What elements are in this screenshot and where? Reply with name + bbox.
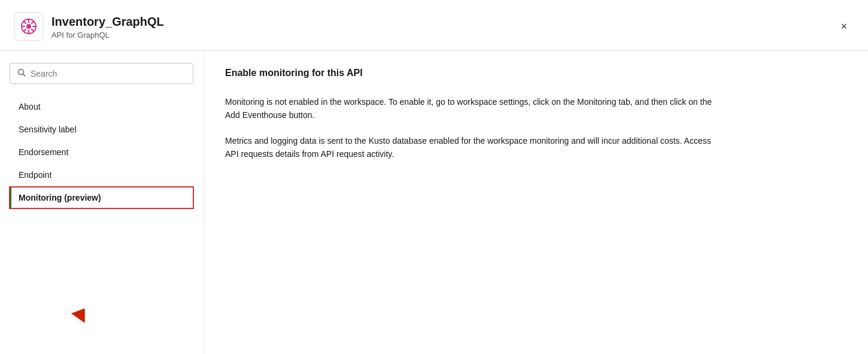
section-title: Enable monitoring for this API	[225, 68, 846, 78]
sidebar-item-endpoint[interactable]: Endpoint	[10, 164, 193, 186]
dialog-title: Inventory_GraphQL	[51, 14, 834, 29]
main-content: Enable monitoring for this API Monitorin…	[204, 51, 868, 354]
header-text-block: Inventory_GraphQL API for GraphQL	[51, 14, 834, 40]
svg-line-7	[31, 29, 34, 31]
dialog-body: About Sensitivity label Endorsement Endp…	[0, 51, 868, 354]
search-input[interactable]	[31, 69, 186, 78]
svg-line-8	[31, 22, 34, 24]
search-icon	[17, 68, 26, 78]
sidebar-item-sensitivity-label[interactable]: Sensitivity label	[10, 119, 193, 140]
dialog-subtitle: API for GraphQL	[51, 31, 834, 40]
search-box[interactable]	[10, 63, 193, 84]
close-button[interactable]: ×	[834, 17, 854, 36]
svg-line-9	[24, 29, 26, 31]
sidebar-item-about[interactable]: About	[10, 96, 193, 117]
content-paragraph-2: Metrics and logging data is sent to the …	[225, 134, 716, 161]
api-icon	[14, 12, 43, 41]
svg-line-11	[23, 74, 26, 77]
svg-line-6	[24, 22, 26, 24]
settings-dialog: Inventory_GraphQL API for GraphQL × Abou…	[0, 0, 868, 354]
sidebar: About Sensitivity label Endorsement Endp…	[0, 51, 204, 354]
sidebar-item-endorsement[interactable]: Endorsement	[10, 141, 193, 163]
dialog-header: Inventory_GraphQL API for GraphQL ×	[0, 0, 868, 51]
content-paragraph-1: Monitoring is not enabled in the workspa…	[225, 95, 716, 122]
svg-point-1	[26, 24, 31, 29]
sidebar-item-monitoring[interactable]: Monitoring (preview)	[10, 187, 193, 208]
